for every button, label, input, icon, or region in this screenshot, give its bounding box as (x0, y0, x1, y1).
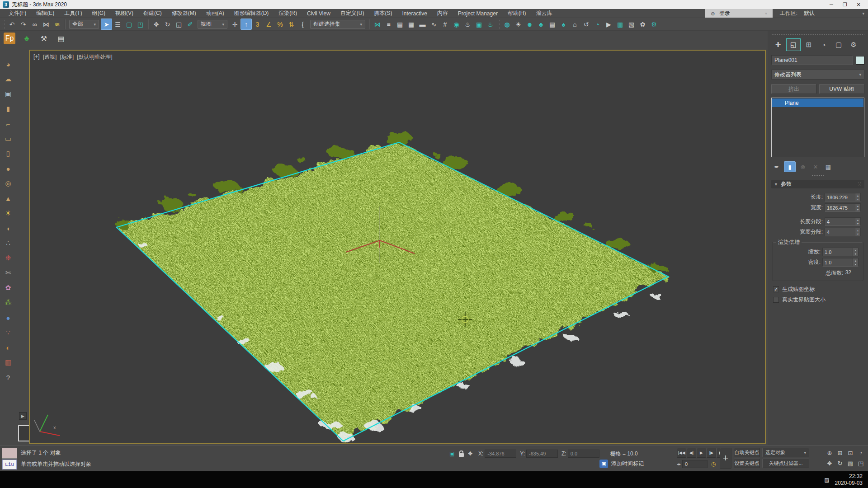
plane-icon[interactable]: ▭ (3, 133, 14, 144)
real-world-map-size-row[interactable]: 真实世界贴图大小 (771, 296, 864, 304)
close-button[interactable]: ✕ (852, 0, 865, 9)
menu-item[interactable]: Project Manager (453, 10, 503, 17)
viewport[interactable]: [+][透视][标准][默认明暗处理] (29, 50, 766, 444)
keyboard-override-icon[interactable]: ↑ (241, 19, 252, 30)
red-box-icon[interactable]: ▥ (3, 357, 14, 368)
spinner[interactable]: ▴▾ (853, 248, 858, 256)
menu-item[interactable]: 视图(V) (110, 9, 138, 17)
make-unique-icon[interactable]: ⊗ (797, 162, 808, 172)
extrude-button[interactable]: 挤出 (771, 84, 816, 94)
dots-icon[interactable]: ∵ (3, 327, 14, 338)
set-key-button[interactable]: 设置关键点 (734, 459, 760, 468)
next-frame-icon[interactable]: |▶ (707, 448, 716, 458)
modifier-list-dropdown[interactable]: 修改器列表▾ (771, 70, 864, 80)
tab-modify[interactable]: ◱ (786, 38, 801, 51)
egg-icon[interactable]: ◖ (3, 223, 14, 234)
uvw-map-button[interactable]: UVW 贴图 (819, 84, 864, 94)
modifier-stack[interactable]: Plane (771, 98, 864, 157)
go-start-icon[interactable]: |◀◀ (677, 448, 686, 458)
frame-spinner-arrows[interactable]: ◂▸ (677, 462, 681, 466)
key-filter-scope-dropdown[interactable]: 选定对象▾ (762, 448, 809, 457)
mirror-icon[interactable]: ⋈ (372, 19, 383, 30)
axe-icon[interactable]: ✄ (3, 267, 14, 278)
balloon-icon[interactable]: ◍ (501, 19, 513, 30)
daylight-icon[interactable]: ☀ (513, 19, 524, 30)
spinner[interactable]: ▴▾ (853, 258, 858, 266)
absolute-mode-icon[interactable]: ✥ (466, 449, 475, 458)
tab-create[interactable]: ✚ (771, 39, 785, 51)
menu-item[interactable]: 渲染(R) (274, 9, 302, 17)
menu-item[interactable]: 动画(A) (201, 9, 229, 17)
angle-snap-icon[interactable]: ∠ (263, 19, 274, 30)
maximize-viewport-icon[interactable]: ◳ (856, 458, 866, 468)
grass-icon[interactable]: ⁂ (3, 297, 14, 308)
remove-modifier-icon[interactable]: ✕ (810, 162, 821, 172)
forest-trees-icon[interactable]: ♣ (21, 33, 33, 44)
parameters-rollout-header[interactable]: ▼ 参数 ⁙ (771, 180, 864, 188)
tab-display[interactable]: ▢ (832, 39, 845, 51)
spinner[interactable]: ▴▾ (855, 193, 860, 201)
window-play-icon[interactable]: ▶ (603, 19, 614, 30)
layer-explorer-icon[interactable]: ▤ (394, 19, 406, 30)
link-icon[interactable]: ∞ (29, 19, 40, 30)
spinner-snap-icon[interactable]: ⇅ (286, 19, 297, 30)
rendered-frame-icon[interactable]: ▣ (473, 19, 485, 30)
set-keys-button[interactable]: + (720, 448, 731, 469)
tab-hierarchy[interactable]: ⊞ (802, 39, 816, 51)
material-editor-icon[interactable]: ◉ (451, 19, 462, 30)
panel-drag-handle[interactable] (771, 33, 864, 35)
viewport-label-segment[interactable]: [默认明暗处理] (77, 53, 113, 61)
menu-item[interactable]: 创建(C) (138, 9, 167, 17)
clapper-icon[interactable]: ▥ (614, 19, 626, 30)
menu-item[interactable]: 帮助(H) (503, 9, 531, 17)
select-object-icon[interactable]: ➤ (101, 19, 112, 30)
arch-icon[interactable]: ⌂ (569, 19, 580, 30)
maximize-button[interactable]: ❐ (838, 0, 852, 9)
length-segs-field[interactable]: 4▴▾ (825, 217, 861, 226)
width-segs-field[interactable]: 4▴▾ (825, 228, 861, 236)
tab-utilities[interactable]: ⚙ (847, 39, 860, 51)
render-setup-icon[interactable]: ♨ (462, 19, 473, 30)
selection-lock-icon[interactable] (457, 449, 466, 458)
show-end-result-icon[interactable]: ▮ (784, 161, 796, 172)
prev-frame-icon[interactable]: ◀| (687, 448, 696, 458)
zoom-all-icon[interactable]: ⊞ (835, 448, 845, 458)
menu-item[interactable]: 溜云库 (531, 9, 557, 17)
scatter-icon[interactable]: ∴ (3, 238, 14, 249)
undo-icon[interactable]: ↶ (6, 19, 18, 30)
zoom-icon[interactable]: ⊕ (825, 448, 835, 458)
time-tag-icon[interactable]: ▣ (599, 460, 608, 468)
y-coordinate-field[interactable]: -635.49 (526, 450, 558, 458)
taskbar-clock[interactable]: 22:32 2020-09-03 (835, 473, 863, 487)
cloud-icon[interactable]: ☁ (3, 74, 14, 84)
select-by-name-icon[interactable]: ☰ (112, 19, 123, 30)
spinner[interactable]: ▴▾ (855, 218, 860, 225)
generate-mapping-coords-row[interactable]: ✓ 生成贴图坐标 (771, 286, 864, 293)
scale-icon[interactable]: ◱ (173, 19, 184, 30)
checkbox-checked-icon[interactable]: ✓ (773, 286, 779, 292)
cone-icon[interactable]: ▲ (3, 193, 14, 204)
menu-item[interactable]: 编辑(E) (31, 9, 59, 17)
scene-explorer-icon[interactable]: ▦ (406, 19, 417, 30)
help-icon[interactable]: ? (3, 372, 14, 383)
tab-motion[interactable]: ◔ (817, 39, 830, 51)
sidebar-expand-button[interactable]: ▶ (19, 412, 27, 420)
named-sets-icon[interactable]: { (297, 19, 308, 30)
rect-selection-icon[interactable]: ▢ (123, 19, 135, 30)
tree-icon[interactable]: ♠ (558, 19, 569, 30)
list-icon[interactable]: ▤ (547, 19, 558, 30)
flower-icon[interactable]: ✿ (3, 282, 14, 293)
move-icon[interactable]: ✥ (151, 19, 162, 30)
loop-icon[interactable]: ↺ (580, 19, 592, 30)
tools-icon[interactable]: ⚒ (38, 33, 50, 44)
paint-sphere-icon[interactable]: ◕ (3, 59, 14, 70)
menu-item[interactable]: 自定义(U) (335, 9, 369, 17)
redo-icon[interactable]: ↷ (18, 19, 29, 30)
play-icon[interactable]: ▶ (697, 448, 706, 458)
workspace-dropdown[interactable]: 默认 ▾ (800, 9, 868, 18)
width-field[interactable]: 1626.475▴▾ (825, 203, 861, 212)
menu-item[interactable]: 图形编辑器(D) (229, 9, 274, 17)
spinner[interactable]: ▴▾ (855, 228, 860, 236)
schematic-view-icon[interactable]: # (439, 19, 451, 30)
camera-icon[interactable]: ▧ (626, 19, 637, 30)
